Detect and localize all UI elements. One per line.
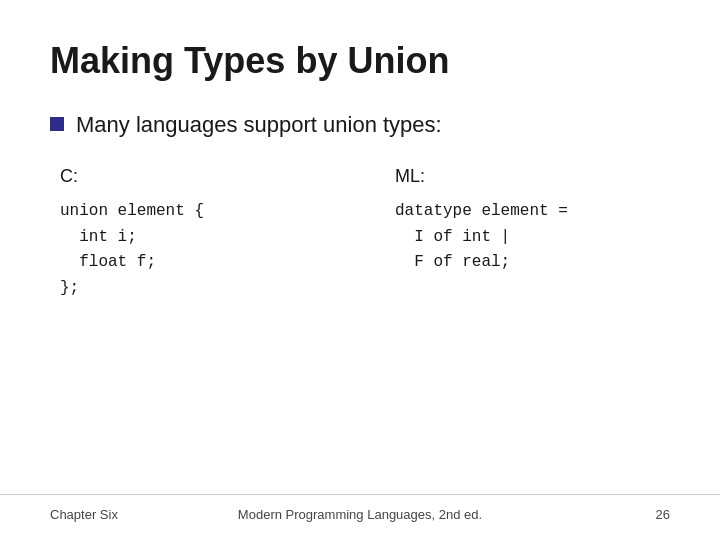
ml-label: ML: bbox=[395, 166, 670, 187]
c-column: C: union element { int i; float f; }; bbox=[60, 166, 335, 301]
bullet-section: Many languages support union types: bbox=[50, 112, 670, 138]
footer-page: 26 bbox=[656, 507, 670, 522]
bullet-text: Many languages support union types: bbox=[76, 112, 442, 138]
footer: Chapter Six Modern Programming Languages… bbox=[50, 507, 670, 522]
slide: Making Types by Union Many languages sup… bbox=[0, 0, 720, 540]
bullet-icon bbox=[50, 117, 64, 131]
c-code: union element { int i; float f; }; bbox=[60, 199, 335, 301]
footer-chapter: Chapter Six bbox=[50, 507, 118, 522]
c-label: C: bbox=[60, 166, 335, 187]
ml-column: ML: datatype element = I of int | F of r… bbox=[395, 166, 670, 301]
code-section: C: union element { int i; float f; }; ML… bbox=[60, 166, 670, 301]
footer-divider bbox=[0, 494, 720, 495]
slide-title: Making Types by Union bbox=[50, 40, 670, 82]
footer-book: Modern Programming Languages, 2nd ed. bbox=[238, 507, 482, 522]
ml-code: datatype element = I of int | F of real; bbox=[395, 199, 670, 276]
